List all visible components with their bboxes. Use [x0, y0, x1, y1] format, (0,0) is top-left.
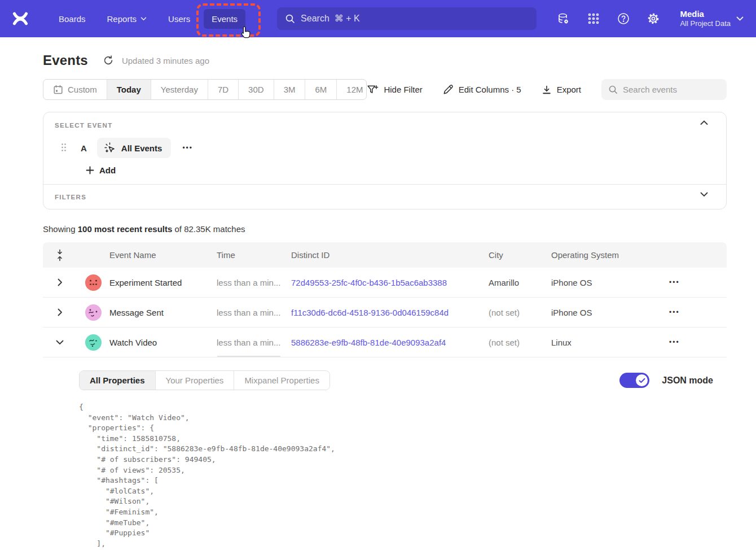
table-row[interactable]: Message Sent less than a min... f11c30d6…	[43, 298, 727, 328]
column-header-distinct-id[interactable]: Distinct ID	[291, 250, 489, 260]
date-option-3m[interactable]: 3M	[274, 80, 306, 99]
select-event-section: SELECT EVENT A	[43, 112, 726, 184]
event-city: Amarillo	[489, 278, 551, 287]
nav-item-events-label: Events	[212, 14, 238, 24]
date-option-30d[interactable]: 30D	[239, 80, 274, 99]
settings-gear-icon[interactable]	[647, 12, 660, 25]
event-avatar	[85, 334, 102, 351]
chevron-down-icon	[140, 17, 147, 21]
event-json-view: { "event": "Watch Video", "properties": …	[79, 402, 713, 549]
drag-handle-icon[interactable]	[60, 142, 68, 154]
hand-cursor-icon	[240, 25, 252, 39]
event-query-row: A All Events •••	[55, 138, 715, 158]
event-row-menu-button[interactable]: •••	[179, 142, 196, 154]
expand-row-icon[interactable]	[55, 308, 64, 317]
refresh-icon[interactable]	[103, 55, 114, 66]
event-name: Watch Video	[109, 338, 217, 347]
json-mode-toggle[interactable]	[619, 373, 649, 388]
events-table: Event Name Time Distinct ID City Operati…	[43, 242, 727, 549]
hide-filter-label: Hide Filter	[384, 85, 422, 94]
results-summary: Showing 100 most recent results of 82.35…	[43, 224, 727, 234]
toggle-check-icon	[636, 374, 648, 386]
event-os: iPhone OS	[551, 278, 661, 287]
event-detail-panel: All Properties Your Properties Mixpanel …	[43, 357, 727, 549]
nav-item-boards[interactable]: Boards	[51, 9, 94, 29]
tab-your-properties[interactable]: Your Properties	[156, 371, 235, 390]
column-header-time[interactable]: Time	[217, 250, 291, 260]
global-search[interactable]	[277, 7, 537, 30]
collapse-all-rows-icon[interactable]	[55, 249, 64, 261]
date-option-6m[interactable]: 6M	[305, 80, 337, 99]
filters-section[interactable]: FILTERS	[43, 185, 726, 209]
date-option-today[interactable]: Today	[107, 80, 151, 99]
table-row[interactable]: Watch Video less than a min... 5886283e-…	[43, 328, 727, 357]
events-page: Events Updated 3 minutes ago Custom Toda…	[0, 53, 756, 549]
filter-funnel-icon	[367, 84, 379, 95]
date-option-custom-label: Custom	[68, 85, 97, 94]
date-option-7d[interactable]: 7D	[208, 80, 239, 99]
title-row: Events Updated 3 minutes ago	[43, 53, 727, 68]
help-icon[interactable]	[617, 12, 630, 25]
global-search-input[interactable]	[301, 14, 529, 24]
search-events-box[interactable]	[601, 79, 727, 100]
results-summary-suffix: of 82.35K matches	[172, 224, 245, 234]
event-time: less than a min...	[217, 278, 291, 287]
export-label: Export	[557, 85, 581, 94]
expand-filters-icon[interactable]	[700, 192, 710, 202]
row-menu-button[interactable]: •••	[661, 308, 727, 316]
add-event-button[interactable]: Add	[86, 165, 715, 176]
event-sparkle-cursor-icon	[104, 142, 116, 154]
add-event-label: Add	[99, 165, 116, 175]
expand-row-icon[interactable]	[55, 278, 64, 287]
tab-all-properties[interactable]: All Properties	[80, 371, 156, 390]
event-time: less than a min...	[217, 308, 291, 317]
column-header-event-name[interactable]: Event Name	[109, 250, 217, 260]
row-menu-button[interactable]: •••	[661, 338, 727, 346]
download-icon	[542, 85, 552, 95]
distinct-id-link[interactable]: f11c30d6-dc6d-4518-9136-0d046159c84d	[291, 308, 489, 317]
last-updated-text: Updated 3 minutes ago	[122, 56, 209, 66]
table-header: Event Name Time Distinct ID City Operati…	[43, 242, 727, 268]
step-letter: A	[81, 143, 87, 153]
date-option-custom[interactable]: Custom	[43, 80, 107, 99]
project-selector[interactable]: Media All Project Data	[680, 8, 744, 29]
row-menu-button[interactable]: •••	[661, 278, 727, 286]
nav-item-reports[interactable]: Reports	[99, 9, 155, 29]
date-option-yesterday[interactable]: Yesterday	[151, 80, 208, 99]
column-header-city[interactable]: City	[489, 250, 551, 260]
apps-grid-icon[interactable]	[587, 12, 600, 25]
select-event-label: SELECT EVENT	[55, 122, 113, 129]
event-name: Experiment Started	[109, 278, 217, 287]
search-icon	[608, 85, 618, 94]
edit-columns-button[interactable]: Edit Columns · 5	[443, 84, 521, 95]
hide-filter-button[interactable]: Hide Filter	[367, 84, 422, 95]
event-time: less than a min...	[217, 338, 291, 347]
mixpanel-logo-icon[interactable]	[11, 10, 30, 27]
collapse-section-icon[interactable]	[700, 120, 710, 130]
all-events-chip[interactable]: All Events	[97, 138, 172, 158]
column-header-os[interactable]: Operating System	[551, 250, 661, 260]
distinct-id-link[interactable]: 72d49553-25fc-4f0c-b436-1b5ac6ab3388	[291, 278, 489, 287]
data-management-icon[interactable]	[557, 12, 570, 25]
toolbar: Hide Filter Edit Columns · 5 Export	[367, 79, 727, 100]
event-name: Message Sent	[109, 308, 217, 317]
table-row[interactable]: Experiment Started less than a min... 72…	[43, 268, 727, 298]
all-events-chip-label: All Events	[121, 143, 162, 153]
date-option-12m[interactable]: 12M	[337, 80, 367, 99]
date-range-selector: Custom Today Yesterday 7D 30D 3M 6M 12M	[43, 79, 367, 100]
event-os: Linux	[551, 338, 661, 347]
search-icon	[285, 14, 295, 24]
nav-item-reports-label: Reports	[107, 14, 137, 24]
pencil-icon	[443, 84, 454, 95]
json-mode-label: JSON mode	[662, 376, 713, 386]
tab-mixpanel-properties[interactable]: Mixpanel Properties	[234, 371, 329, 390]
project-scope: All Project Data	[680, 19, 731, 29]
results-summary-count: 100 most recent results	[78, 224, 173, 234]
nav-item-events[interactable]: Events	[204, 9, 245, 29]
collapse-row-icon[interactable]	[55, 338, 64, 347]
search-events-input[interactable]	[623, 85, 720, 94]
distinct-id-link[interactable]: 5886283e-e9fb-48fb-81de-40e9093a2af4	[291, 338, 489, 347]
export-button[interactable]: Export	[542, 85, 581, 95]
nav-item-users[interactable]: Users	[160, 9, 198, 29]
event-city: (not set)	[489, 308, 551, 317]
